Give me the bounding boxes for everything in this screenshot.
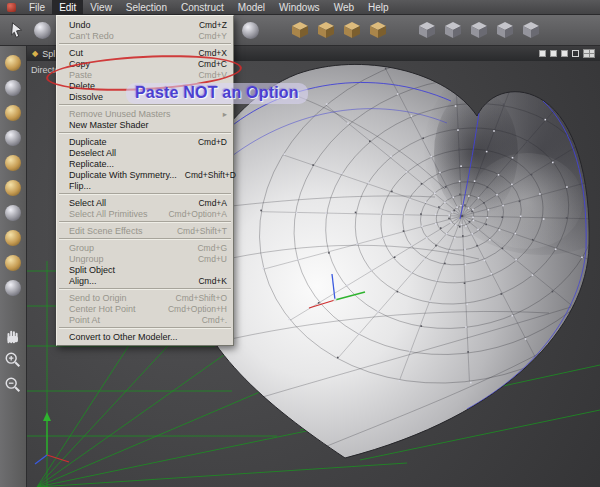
vertex-tool-icon-8[interactable]: [3, 227, 24, 248]
window-diamond-icon: ◆: [32, 49, 38, 58]
display-mode-outline-3[interactable]: [572, 50, 579, 57]
app-icon[interactable]: [7, 3, 16, 12]
display-mode-filled-2[interactable]: [561, 50, 568, 57]
menu-separator: [57, 102, 233, 108]
vertex-tool-icon-7[interactable]: [3, 202, 24, 223]
menu-item-duplicate[interactable]: DuplicateCmd+D: [57, 136, 233, 147]
gold-cube-tool-icon-3[interactable]: [340, 18, 363, 42]
vertex-tool-icon-1[interactable]: [3, 52, 24, 73]
menu-separator: [57, 325, 233, 331]
menu-item-edit-scene-effects: Edit Scene EffectsCmd+Shift+T: [57, 225, 233, 236]
menu-item-flip[interactable]: Flip...: [57, 180, 233, 191]
vertex-tool-icon-3[interactable]: [3, 102, 24, 123]
half-sphere-tool-icon[interactable]: [239, 18, 262, 42]
app-window: FileEditViewSelectionConstructModelWindo…: [0, 0, 600, 487]
window-title: Spl: [42, 49, 55, 59]
pointer-tool-icon[interactable]: [5, 18, 28, 42]
menubar-item-selection[interactable]: Selection: [119, 0, 174, 15]
wire-sphere-tool-icon[interactable]: [31, 18, 54, 42]
menu-item-center-hot-point: Center Hot PointCmd+Option+H: [57, 303, 233, 314]
gold-cube-tool-icon-1[interactable]: [288, 18, 311, 42]
menubar-item-file[interactable]: File: [22, 0, 52, 15]
menu-item-replicate[interactable]: Replicate...: [57, 158, 233, 169]
display-mode-filled-1[interactable]: [550, 50, 557, 57]
menu-item-new-master-shader[interactable]: New Master Shader: [57, 119, 233, 130]
menu-item-ungroup: UngroupCmd+U: [57, 253, 233, 264]
menubar-item-help[interactable]: Help: [361, 0, 396, 15]
gray-cube-tool-icon-5[interactable]: [519, 18, 542, 42]
vertex-tool-icon-10[interactable]: [3, 277, 24, 298]
menu-item-convert-to-other-modeler[interactable]: Convert to Other Modeler...: [57, 331, 233, 342]
vertex-tool-icon-5[interactable]: [3, 152, 24, 173]
menu-item-deselect-all[interactable]: Deselect All: [57, 147, 233, 158]
menu-item-select-all-primitives: Select All PrimitivesCmd+Option+A: [57, 208, 233, 219]
zoom-in-icon[interactable]: [3, 349, 24, 370]
menu-separator: [57, 130, 233, 136]
menu-item-copy[interactable]: CopyCmd+C: [57, 58, 233, 69]
toolbar-group: [288, 18, 389, 42]
menu-item-paste: PasteCmd+V: [57, 69, 233, 80]
menubar-item-construct[interactable]: Construct: [174, 0, 231, 15]
menu-item-dissolve[interactable]: Dissolve: [57, 91, 233, 102]
vertex-tool-icon-2[interactable]: [3, 77, 24, 98]
menu-separator: [57, 286, 233, 292]
menu-item-align[interactable]: Align...Cmd+K: [57, 275, 233, 286]
menu-item-cut[interactable]: CutCmd+X: [57, 47, 233, 58]
display-mode-buttons: [539, 49, 595, 58]
pan-hand-icon[interactable]: [3, 324, 24, 345]
menu-item-split-object[interactable]: Split Object: [57, 264, 233, 275]
display-mode-filled-0[interactable]: [539, 50, 546, 57]
menubar: FileEditViewSelectionConstructModelWindo…: [0, 0, 600, 15]
menu-item-undo[interactable]: UndoCmd+Z: [57, 19, 233, 30]
menu-separator: [57, 191, 233, 197]
menu-item-group: GroupCmd+G: [57, 242, 233, 253]
menu-separator: [57, 41, 233, 47]
menubar-item-model[interactable]: Model: [231, 0, 272, 15]
display-mode-quad-4[interactable]: [583, 49, 595, 58]
menubar-item-view[interactable]: View: [83, 0, 119, 15]
menu-item-select-all[interactable]: Select AllCmd+A: [57, 197, 233, 208]
menubar-items: FileEditViewSelectionConstructModelWindo…: [22, 0, 396, 15]
gray-cube-tool-icon-1[interactable]: [415, 18, 438, 42]
menu-separator: [57, 236, 233, 242]
vertex-tool-icon-6[interactable]: [3, 177, 24, 198]
gray-cube-tool-icon-4[interactable]: [493, 18, 516, 42]
menu-item-point-at: Point AtCmd+.: [57, 314, 233, 325]
edit-menu: UndoCmd+ZCan't RedoCmd+YCutCmd+XCopyCmd+…: [56, 15, 234, 346]
menu-item-delete[interactable]: Delete: [57, 80, 233, 91]
menubar-item-web[interactable]: Web: [327, 0, 361, 15]
vertex-tool-icon-9[interactable]: [3, 252, 24, 273]
toolbar-group: [415, 18, 542, 42]
menu-item-can-t-redo: Can't RedoCmd+Y: [57, 30, 233, 41]
gray-cube-tool-icon-2[interactable]: [441, 18, 464, 42]
gray-cube-tool-icon-3[interactable]: [467, 18, 490, 42]
menu-item-send-to-origin: Send to OriginCmd+Shift+O: [57, 292, 233, 303]
gold-cube-tool-icon-4[interactable]: [366, 18, 389, 42]
zoom-out-icon[interactable]: [3, 374, 24, 395]
vertex-tool-icon-4[interactable]: [3, 127, 24, 148]
tool-sidebar: [0, 46, 27, 487]
menubar-item-edit[interactable]: Edit: [52, 0, 83, 15]
gold-cube-tool-icon-2[interactable]: [314, 18, 337, 42]
menu-separator: [57, 219, 233, 225]
menubar-item-windows[interactable]: Windows: [272, 0, 327, 15]
menu-item-duplicate-with-symmetry[interactable]: Duplicate With Symmetry...Cmd+Shift+D: [57, 169, 233, 180]
menu-item-remove-unused-masters: Remove Unused Masters▸: [57, 108, 233, 119]
